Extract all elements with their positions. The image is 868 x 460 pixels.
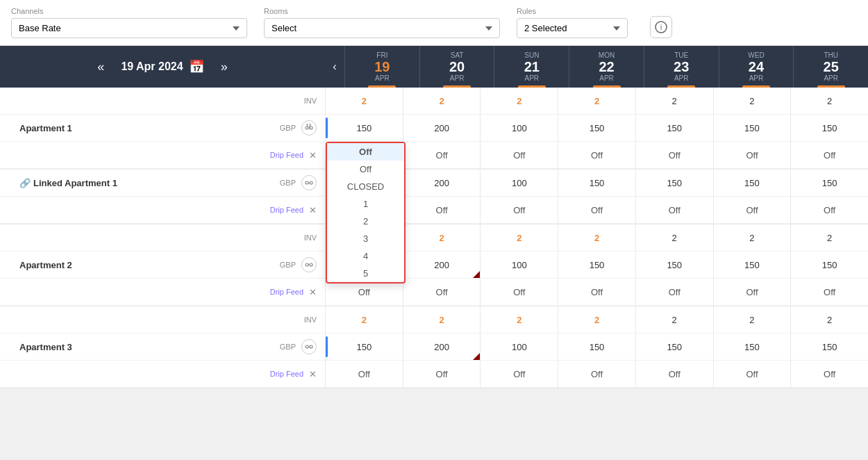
cell[interactable]: 2 — [403, 224, 481, 251]
cell[interactable]: 150 — [713, 252, 791, 278]
next-week-button[interactable]: » — [215, 57, 233, 77]
drip-cell-2[interactable]: Off — [480, 142, 558, 168]
cell[interactable]: 200 — [403, 170, 481, 196]
cell[interactable]: 150 — [558, 252, 635, 278]
dd-item-5[interactable]: 5 — [327, 265, 404, 282]
drip-cell-3[interactable]: Off — [558, 142, 635, 168]
drip-cell[interactable]: Off — [480, 197, 558, 223]
cell[interactable]: 150 — [713, 115, 791, 141]
channels-select[interactable]: Base Rate — [11, 18, 247, 38]
cell[interactable]: 100 — [480, 170, 558, 196]
cell[interactable]: 200 — [403, 334, 481, 360]
drip-close-button-4[interactable]: ✕ — [309, 369, 317, 379]
link-button-2[interactable] — [301, 175, 317, 190]
cell[interactable]: 150 — [790, 115, 868, 141]
drip-cell[interactable]: Off — [558, 361, 635, 387]
cell[interactable]: 150 — [713, 170, 791, 196]
cell[interactable]: 100 — [480, 252, 558, 278]
dd-item-closed[interactable]: CLOSED — [327, 178, 404, 195]
cell[interactable]: 2 — [325, 306, 403, 333]
drip-cell-4[interactable]: Off — [635, 142, 713, 168]
dd-item-1[interactable]: 1 — [327, 195, 404, 213]
drip-cell-0[interactable]: Off Off Off CLOSED 1 2 3 4 5 — [325, 142, 403, 168]
link-button[interactable] — [301, 120, 317, 135]
drip-dropdown[interactable]: Off Off CLOSED 1 2 3 4 5 — [326, 142, 406, 284]
drip-cell[interactable]: Off — [713, 279, 791, 305]
drip-cell[interactable]: Off — [635, 279, 713, 305]
cell[interactable]: 150 — [558, 115, 635, 141]
drip-cell[interactable]: Off — [325, 361, 403, 387]
cell[interactable]: 200 — [403, 252, 481, 278]
cell[interactable]: 150 — [325, 334, 403, 360]
apt2-label-area-inv: INV — [0, 233, 325, 242]
room-row-apt1-gbp: Apartment 1 GBP 150 200 100 150 150 150 … — [0, 115, 868, 142]
cell[interactable]: 2 — [480, 306, 558, 333]
drip-cell[interactable]: Off — [635, 361, 713, 387]
cell[interactable]: 150 — [325, 115, 403, 141]
cell[interactable]: 150 — [790, 170, 868, 196]
cell[interactable]: 150 — [635, 252, 713, 278]
drip-cell[interactable]: Off — [403, 197, 481, 223]
dd-item-2[interactable]: 2 — [327, 213, 404, 230]
cell[interactable]: 2 — [635, 88, 713, 114]
day-header-5: WED 24 APR — [719, 46, 794, 88]
cell[interactable]: 150 — [635, 170, 713, 196]
cell[interactable]: 2 — [790, 88, 868, 114]
cell[interactable]: 2 — [790, 306, 868, 333]
scroll-left-button[interactable]: ‹ — [325, 46, 344, 88]
cell[interactable]: 2 — [558, 88, 635, 114]
cell[interactable]: 2 — [790, 224, 868, 251]
cell[interactable]: 100 — [480, 115, 558, 141]
drip-cell[interactable]: Off — [790, 361, 868, 387]
dd-item-off[interactable]: Off — [327, 161, 404, 178]
cell[interactable]: 2 — [713, 306, 791, 333]
link-button-3[interactable] — [301, 257, 317, 272]
cell[interactable]: 150 — [790, 252, 868, 278]
cell[interactable]: 2 — [403, 88, 481, 114]
cell[interactable]: 2 — [558, 224, 635, 251]
drip-cell[interactable]: Off — [403, 361, 481, 387]
cell[interactable]: 150 — [558, 170, 635, 196]
drip-cell[interactable]: Off — [635, 197, 713, 223]
drip-cell[interactable]: Off — [403, 279, 481, 305]
link-button-4[interactable] — [301, 339, 317, 354]
drip-close-button[interactable]: ✕ — [309, 150, 317, 161]
rooms-select[interactable]: Select — [264, 18, 500, 38]
dd-item-off-selected[interactable]: Off — [327, 143, 404, 161]
cell[interactable]: 150 — [635, 334, 713, 360]
drip-cell[interactable]: Off — [713, 361, 791, 387]
cell[interactable]: 2 — [480, 224, 558, 251]
drip-cell[interactable]: Off — [713, 197, 791, 223]
cell[interactable]: 2 — [558, 306, 635, 333]
drip-close-button-2[interactable]: ✕ — [309, 205, 317, 215]
cell[interactable]: 2 — [480, 88, 558, 114]
cell[interactable]: 2 — [635, 306, 713, 333]
cell[interactable]: 150 — [558, 334, 635, 360]
prev-week-button[interactable]: « — [92, 57, 110, 77]
drip-cell-6[interactable]: Off — [790, 142, 868, 168]
info-button[interactable]: i — [650, 16, 672, 38]
drip-cell[interactable]: Off — [480, 279, 558, 305]
drip-cell[interactable]: Off — [558, 279, 635, 305]
cell[interactable]: 2 — [713, 224, 791, 251]
cell[interactable]: 2 — [403, 306, 481, 333]
cell[interactable]: 2 — [635, 224, 713, 251]
cell[interactable]: 2 — [325, 88, 403, 114]
drip-cell-1[interactable]: Off — [403, 142, 481, 168]
drip-cell[interactable]: Off — [480, 361, 558, 387]
cell[interactable]: 150 — [713, 334, 791, 360]
cell[interactable]: 100 — [480, 334, 558, 360]
cell[interactable]: 200 — [403, 115, 481, 141]
dd-item-3[interactable]: 3 — [327, 230, 404, 247]
drip-close-button-3[interactable]: ✕ — [309, 287, 317, 297]
dd-item-4[interactable]: 4 — [327, 247, 404, 265]
rules-select[interactable]: 2 Selected — [517, 18, 628, 38]
cell[interactable]: 150 — [635, 115, 713, 141]
drip-cell-5[interactable]: Off — [713, 142, 791, 168]
drip-cell[interactable]: Off — [790, 197, 868, 223]
drip-cell[interactable]: Off — [790, 279, 868, 305]
cell[interactable]: 150 — [790, 334, 868, 360]
cell[interactable]: 2 — [713, 88, 791, 114]
drip-cell[interactable]: Off — [558, 197, 635, 223]
calendar-icon[interactable]: 📅 — [189, 59, 204, 74]
